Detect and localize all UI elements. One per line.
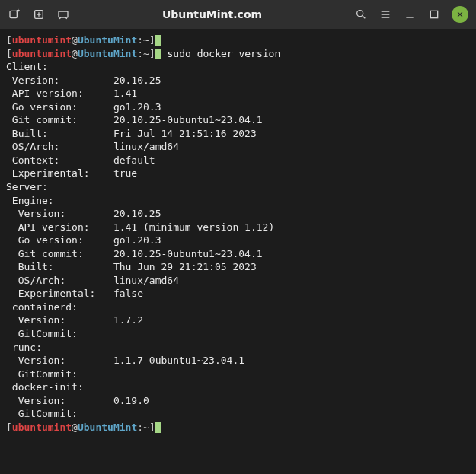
kv-value: linux/amd64 — [113, 274, 179, 288]
kv-key: GitCommit: — [6, 367, 113, 381]
section-title: containerd: — [6, 301, 470, 314]
kv-key: API version: — [6, 221, 113, 234]
kv-value: Thu Jun 29 21:21:05 2023 — [113, 260, 257, 274]
kv-value: go1.20.3 — [113, 234, 161, 247]
kv-key: Go version: — [6, 100, 113, 114]
kv-row: Go version: go1.20.3 — [6, 100, 470, 114]
svg-rect-2 — [59, 11, 68, 17]
kv-key: Built: — [6, 127, 113, 141]
maximize-icon[interactable] — [427, 8, 441, 21]
menu-icon[interactable] — [379, 8, 392, 21]
section-title: runc: — [6, 341, 470, 355]
kv-key: Experimental: — [6, 167, 113, 180]
minimize-icon[interactable] — [403, 8, 417, 21]
svg-point-3 — [357, 11, 363, 17]
kv-key: Version: — [6, 74, 113, 87]
section-title: Engine: — [6, 194, 470, 208]
kv-value: default — [113, 154, 155, 167]
new-window-icon[interactable] — [32, 8, 46, 21]
kv-key: Go version: — [6, 234, 113, 247]
cursor-icon — [155, 35, 161, 46]
kv-row: Version: 1.1.7-0ubuntu1~23.04.1 — [6, 354, 470, 367]
kv-key: OS/Arch: — [6, 274, 113, 288]
svg-rect-4 — [430, 11, 437, 17]
kv-value: 20.10.25 — [113, 74, 161, 87]
kv-row: Version: 20.10.25 — [6, 74, 470, 87]
kv-value: go1.20.3 — [113, 100, 161, 114]
search-icon[interactable] — [354, 8, 368, 21]
terminal-output[interactable]: [ubuntumint@UbuntuMint:~][ubuntumint@Ubu… — [0, 29, 476, 474]
kv-row: Version: 0.19.0 — [6, 394, 470, 408]
kv-value: 20.10.25-0ubuntu1~23.04.1 — [113, 247, 263, 261]
kv-row: Git commit: 20.10.25-0ubuntu1~23.04.1 — [6, 247, 470, 261]
kv-value: linux/amd64 — [113, 140, 179, 154]
new-tab-icon[interactable] — [8, 8, 21, 21]
client-header: Client: — [6, 60, 470, 74]
kv-row: Built: Thu Jun 29 21:21:05 2023 — [6, 260, 470, 274]
kv-key: API version: — [6, 87, 113, 100]
kv-row: Built: Fri Jul 14 21:51:16 2023 — [6, 127, 470, 141]
kv-value: 20.10.25 — [113, 207, 161, 221]
titlebar-right-icons — [354, 6, 468, 23]
titlebar-left-icons — [8, 8, 70, 21]
section-title: docker-init: — [6, 380, 470, 394]
kv-row: Go version: go1.20.3 — [6, 234, 470, 247]
prompt-line: [ubuntumint@UbuntuMint:~] — [6, 33, 470, 47]
kv-row: GitCommit: — [6, 367, 470, 381]
kv-value: 1.41 — [113, 87, 137, 100]
kv-value: 1.41 (minimum version 1.12) — [113, 221, 274, 234]
close-icon[interactable] — [452, 6, 468, 23]
kv-value: 1.7.2 — [113, 313, 143, 327]
titlebar: UbuntuMint.com — [0, 0, 476, 29]
kv-row: Experimental: true — [6, 167, 470, 180]
kv-row: Context: default — [6, 154, 470, 167]
cursor-icon — [155, 422, 161, 433]
kv-value: 1.1.7-0ubuntu1~23.04.1 — [113, 354, 244, 367]
kv-key: GitCommit: — [6, 327, 113, 341]
kv-value: false — [113, 287, 143, 301]
kv-row: API version: 1.41 — [6, 87, 470, 100]
kv-row: Version: 1.7.2 — [6, 313, 470, 327]
command-text: sudo docker version — [168, 48, 281, 59]
svg-rect-0 — [10, 11, 17, 17]
broadcast-icon[interactable] — [56, 8, 70, 21]
kv-value: 0.19.0 — [113, 394, 149, 408]
prompt-line: [ubuntumint@UbuntuMint:~] sudo docker ve… — [6, 47, 470, 61]
kv-key: GitCommit: — [6, 407, 113, 421]
kv-key: Version: — [6, 354, 113, 367]
kv-row: Git commit: 20.10.25-0ubuntu1~23.04.1 — [6, 113, 470, 127]
kv-row: Experimental: false — [6, 287, 470, 301]
kv-value: Fri Jul 14 21:51:16 2023 — [113, 127, 257, 141]
window-title: UbuntuMint.com — [81, 8, 343, 21]
kv-key: Git commit: — [6, 247, 113, 261]
prompt-line: [ubuntumint@UbuntuMint:~] — [6, 421, 470, 434]
kv-row: OS/Arch: linux/amd64 — [6, 274, 470, 288]
kv-key: Git commit: — [6, 113, 113, 127]
kv-value: true — [113, 167, 137, 180]
kv-key: Version: — [6, 313, 113, 327]
kv-row: API version: 1.41 (minimum version 1.12) — [6, 221, 470, 234]
kv-key: Built: — [6, 260, 113, 274]
server-header: Server: — [6, 180, 470, 194]
kv-value: 20.10.25-0ubuntu1~23.04.1 — [113, 113, 263, 127]
kv-key: Version: — [6, 394, 113, 408]
cursor-icon — [155, 49, 161, 59]
kv-key: Context: — [6, 154, 113, 167]
kv-row: GitCommit: — [6, 407, 470, 421]
kv-key: Version: — [6, 207, 113, 221]
kv-key: Experimental: — [6, 287, 113, 301]
kv-row: OS/Arch: linux/amd64 — [6, 140, 470, 154]
kv-row: GitCommit: — [6, 327, 470, 341]
kv-key: OS/Arch: — [6, 140, 113, 154]
kv-row: Version: 20.10.25 — [6, 207, 470, 221]
